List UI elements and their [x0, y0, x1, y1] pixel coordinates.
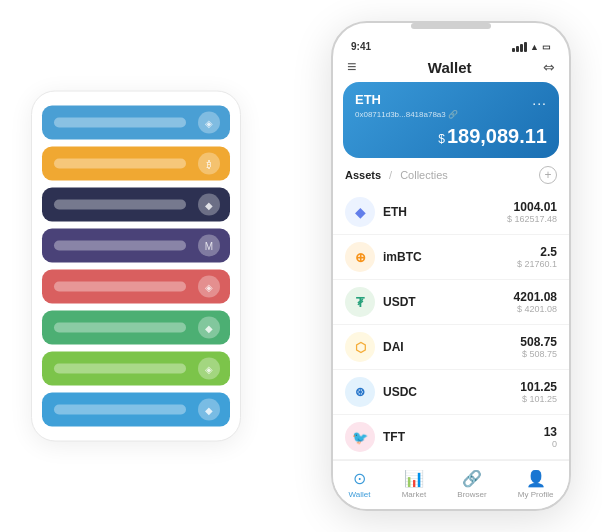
browser-nav-icon: 🔗	[462, 469, 482, 488]
asset-name: ETH	[383, 205, 507, 219]
eth-address: 0x08711d3b...8418a78a3 🔗	[355, 110, 547, 119]
imbtc-icon: ⊕	[345, 242, 375, 272]
wallet-icon: ◆	[198, 399, 220, 421]
list-item[interactable]: ◈	[42, 270, 230, 304]
asset-amount-secondary: 0	[544, 439, 557, 449]
nav-market[interactable]: 📊 Market	[402, 469, 426, 499]
list-item[interactable]: ◆	[42, 311, 230, 345]
eth-card[interactable]: ETH ... 0x08711d3b...8418a78a3 🔗 $189,08…	[343, 82, 559, 158]
wallet-icon: ◈	[198, 276, 220, 298]
wifi-icon: ▲	[530, 42, 539, 52]
tab-collecties[interactable]: Collecties	[400, 169, 448, 181]
asset-amounts: 1004.01 $ 162517.48	[507, 200, 557, 224]
list-item[interactable]: ◆	[42, 188, 230, 222]
wallet-icon: ₿	[198, 153, 220, 175]
asset-amount-secondary: $ 162517.48	[507, 214, 557, 224]
assets-section: Assets / Collecties + ◆ ETH 1004.01 $ 16…	[333, 166, 569, 460]
asset-amount-secondary: $ 21760.1	[517, 259, 557, 269]
list-item[interactable]: ◆	[42, 393, 230, 427]
wallet-icon: ◈	[198, 112, 220, 134]
nav-wallet[interactable]: ⊙ Wallet	[349, 469, 371, 499]
list-item[interactable]: M	[42, 229, 230, 263]
table-row[interactable]: ⊛ USDC 101.25 $ 101.25	[333, 370, 569, 415]
battery-icon: ▭	[542, 42, 551, 52]
profile-nav-icon: 👤	[526, 469, 546, 488]
table-row[interactable]: 🐦 TFT 13 0	[333, 415, 569, 460]
nav-browser[interactable]: 🔗 Browser	[457, 469, 486, 499]
table-row[interactable]: ⊕ imBTC 2.5 $ 21760.1	[333, 235, 569, 280]
usdc-icon: ⊛	[345, 377, 375, 407]
nav-wallet-label: Wallet	[349, 490, 371, 499]
asset-name: TFT	[383, 430, 544, 444]
menu-icon[interactable]: ≡	[347, 58, 356, 76]
asset-amount-primary: 2.5	[517, 245, 557, 259]
currency-symbol: $	[438, 132, 445, 146]
asset-amount-primary: 101.25	[520, 380, 557, 394]
asset-name: DAI	[383, 340, 520, 354]
table-row[interactable]: ◆ ETH 1004.01 $ 162517.48	[333, 190, 569, 235]
list-item[interactable]: ₿	[42, 147, 230, 181]
nav-market-label: Market	[402, 490, 426, 499]
nav-profile-label: My Profile	[518, 490, 554, 499]
market-nav-icon: 📊	[404, 469, 424, 488]
wallet-icon: ◈	[198, 358, 220, 380]
wallet-icon: ◆	[198, 194, 220, 216]
wallet-icon: M	[198, 235, 220, 257]
add-asset-button[interactable]: +	[539, 166, 557, 184]
status-time: 9:41	[351, 41, 371, 52]
tft-icon: 🐦	[345, 422, 375, 452]
card-stack: ◈ ₿ ◆ M ◈ ◆ ◈ ◆	[31, 91, 241, 442]
asset-list: ◆ ETH 1004.01 $ 162517.48 ⊕ imBTC 2.5 $ …	[333, 190, 569, 460]
asset-amount-secondary: $ 4201.08	[514, 304, 557, 314]
nav-browser-label: Browser	[457, 490, 486, 499]
asset-amount-primary: 508.75	[520, 335, 557, 349]
page-title: Wallet	[428, 59, 472, 76]
eth-card-more[interactable]: ...	[532, 92, 547, 108]
usdt-icon: ₮	[345, 287, 375, 317]
list-item[interactable]: ◈	[42, 106, 230, 140]
wallet-nav-icon: ⊙	[353, 469, 366, 488]
status-bar: 9:41 ▲ ▭	[333, 33, 569, 54]
table-row[interactable]: ₮ USDT 4201.08 $ 4201.08	[333, 280, 569, 325]
eth-card-label: ETH	[355, 92, 381, 107]
status-icons: ▲ ▭	[512, 42, 551, 52]
asset-amount-primary: 13	[544, 425, 557, 439]
asset-amounts: 4201.08 $ 4201.08	[514, 290, 557, 314]
phone-header: ≡ Wallet ⇔	[333, 54, 569, 82]
signal-icon	[512, 42, 527, 52]
list-item[interactable]: ◈	[42, 352, 230, 386]
asset-name: USDC	[383, 385, 520, 399]
asset-amount-primary: 1004.01	[507, 200, 557, 214]
assets-header: Assets / Collecties +	[333, 166, 569, 190]
asset-amount-primary: 4201.08	[514, 290, 557, 304]
eth-balance: $189,089.11	[355, 125, 547, 148]
expand-icon[interactable]: ⇔	[543, 59, 555, 75]
asset-amount-secondary: $ 508.75	[520, 349, 557, 359]
asset-amounts: 508.75 $ 508.75	[520, 335, 557, 359]
asset-name: USDT	[383, 295, 514, 309]
wallet-icon: ◆	[198, 317, 220, 339]
assets-tabs: Assets / Collecties	[345, 169, 448, 181]
phone: 9:41 ▲ ▭ ≡ Wallet ⇔ ETH ...	[331, 21, 571, 511]
eth-icon: ◆	[345, 197, 375, 227]
asset-amounts: 2.5 $ 21760.1	[517, 245, 557, 269]
asset-name: imBTC	[383, 250, 517, 264]
phone-notch	[411, 23, 491, 29]
nav-profile[interactable]: 👤 My Profile	[518, 469, 554, 499]
asset-amounts: 101.25 $ 101.25	[520, 380, 557, 404]
tab-assets[interactable]: Assets	[345, 169, 381, 181]
bottom-nav: ⊙ Wallet 📊 Market 🔗 Browser 👤 My Profile	[333, 460, 569, 509]
table-row[interactable]: ⬡ DAI 508.75 $ 508.75	[333, 325, 569, 370]
dai-icon: ⬡	[345, 332, 375, 362]
scene: ◈ ₿ ◆ M ◈ ◆ ◈ ◆	[21, 21, 581, 511]
asset-amounts: 13 0	[544, 425, 557, 449]
asset-amount-secondary: $ 101.25	[520, 394, 557, 404]
tab-divider: /	[389, 169, 392, 181]
